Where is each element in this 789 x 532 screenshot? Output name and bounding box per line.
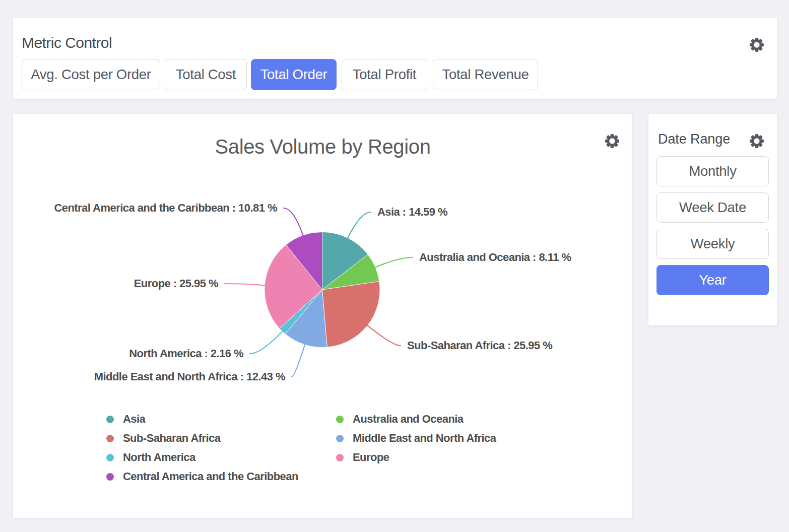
pie-slice-europe[interactable] [265, 245, 322, 328]
pie-label-line [225, 284, 265, 285]
pie-label-sub-saharan-africa: Sub-Saharan Africa : 25.95 % [407, 339, 552, 352]
metric-control-title: Metric Control [22, 35, 112, 50]
pie-slice-sub-saharan-africa[interactable] [322, 282, 380, 348]
legend-item-north-america[interactable]: North America [106, 451, 195, 464]
legend-marker [336, 416, 344, 423]
metric-button-total-profit[interactable]: Total Profit [342, 59, 427, 90]
pie-slice-middle-east-and-north-africa[interactable] [285, 290, 327, 348]
date-button-week-date[interactable]: Week Date [656, 192, 769, 223]
metric-button-total-cost[interactable]: Total Cost [165, 59, 247, 90]
date-range-title: Date Range [658, 132, 730, 146]
pie-slice-central-america-and-the-caribbean[interactable] [286, 232, 322, 290]
legend-marker [106, 454, 114, 461]
gear-icon [750, 38, 764, 52]
pie-label-middle-east-and-north-africa: Middle East and North Africa : 12.43 % [94, 370, 285, 383]
legend-marker [106, 416, 114, 423]
pie-label-line [375, 257, 413, 267]
metric-button-avg-cost-per-order[interactable]: Avg. Cost per Order [22, 59, 160, 90]
pie-label-line [367, 325, 401, 346]
legend-marker [336, 435, 344, 442]
gear-icon [605, 134, 619, 148]
legend-item-sub-saharan-africa[interactable]: Sub-Saharan Africa [106, 432, 220, 445]
pie-label-north-america: North America : 2.16 % [129, 347, 243, 360]
metric-control-card: Metric Control Avg. Cost per Order Total… [13, 18, 777, 99]
pie-label-europe: Europe : 25.95 % [134, 277, 218, 290]
gear-icon [750, 134, 764, 148]
date-button-year[interactable]: Year [656, 265, 769, 295]
pie-label-asia: Asia : 14.59 % [377, 206, 447, 219]
chart-title: Sales Volume by Region [13, 137, 632, 157]
legend-item-middle-east-and-north-africa[interactable]: Middle East and North Africa [336, 432, 496, 445]
chart-settings-button[interactable] [605, 134, 619, 148]
pie-label-australia-and-oceania: Australia and Oceania : 8.11 % [419, 251, 571, 264]
legend-item-asia[interactable]: Asia [106, 413, 145, 426]
date-button-monthly[interactable]: Monthly [656, 156, 769, 186]
pie-label-line [348, 212, 371, 238]
metric-button-total-revenue[interactable]: Total Revenue [433, 59, 538, 90]
legend-item-europe[interactable]: Europe [336, 451, 389, 464]
date-button-weekly[interactable]: Weekly [656, 229, 769, 259]
legend-marker [106, 435, 114, 442]
metric-control-settings-button[interactable] [750, 38, 764, 52]
legend-marker [336, 454, 344, 461]
sales-volume-chart-card: Sales Volume by Region Asia : 14.59 % Au… [13, 114, 632, 518]
pie-label-line [250, 331, 282, 354]
legend-item-central-america-and-the-caribbean[interactable]: Central America and the Caribbean [106, 470, 298, 483]
pie-label-line [292, 345, 305, 377]
date-range-card: Date Range Monthly Week Date Weekly Year [648, 114, 777, 325]
pie-slice-north-america[interactable] [280, 290, 322, 334]
legend-item-australia-and-oceania[interactable]: Australia and Oceania [336, 413, 464, 426]
legend-marker [106, 473, 114, 481]
date-range-settings-button[interactable] [750, 134, 764, 148]
pie-slice-asia[interactable] [322, 232, 368, 290]
pie-label-central-america-and-the-caribbean: Central America and the Caribbean : 10.8… [54, 202, 277, 215]
pie-label-line [284, 208, 303, 235]
pie-slice-australia-and-oceania[interactable] [322, 254, 379, 290]
metric-button-total-order[interactable]: Total Order [251, 59, 337, 90]
